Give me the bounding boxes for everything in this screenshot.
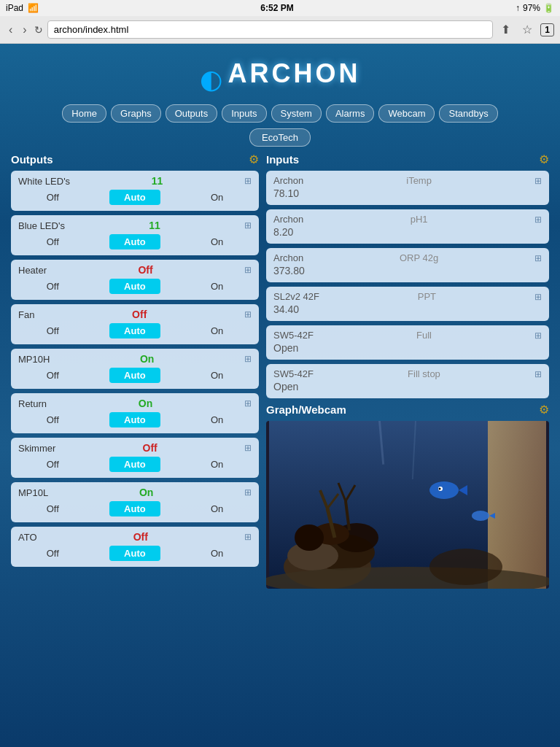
outputs-title: Outputs (11, 153, 53, 166)
logo-area: ◐ ARCHON (11, 51, 549, 98)
battery-label: 97% (523, 3, 540, 13)
white-leds-auto-btn[interactable]: Auto (109, 190, 160, 205)
blue-leds-filter-icon: ⊞ (244, 220, 252, 231)
ppt-filter-icon: ⊞ (534, 292, 542, 302)
share-button[interactable]: ⬆ (497, 21, 514, 38)
blue-leds-auto-btn[interactable]: Auto (109, 234, 160, 249)
main-content: ◐ ARCHON Home Graphs Outputs Inputs Syst… (0, 44, 560, 596)
inputs-gear-icon[interactable]: ⚙ (539, 152, 549, 166)
blue-leds-on-btn[interactable]: On (205, 235, 229, 249)
logo-text: ARCHON (228, 58, 360, 88)
orp-filter-icon: ⊞ (534, 253, 542, 263)
outputs-gear-icon[interactable]: ⚙ (249, 152, 259, 166)
ato-off-btn[interactable]: Off (41, 546, 65, 560)
nav-alarms[interactable]: Alarms (326, 104, 374, 123)
sw5full-filter-icon: ⊞ (534, 330, 542, 341)
skimmer-label: Skimmer (18, 443, 55, 454)
logo-icon: ◐ (200, 64, 222, 94)
sw5full-value: Open (273, 341, 542, 354)
return-off-btn[interactable]: Off (41, 413, 65, 427)
orp-name: ORP 42g (400, 252, 438, 263)
white-leds-off-btn[interactable]: Off (41, 190, 65, 204)
white-leds-on-btn[interactable]: On (205, 190, 229, 204)
nav-webcam[interactable]: Webcam (378, 104, 435, 123)
return-on-btn[interactable]: On (205, 413, 229, 427)
refresh-button[interactable]: ↻ (34, 24, 43, 36)
output-return: Return On ⊞ Off Auto On (11, 393, 259, 433)
skimmer-filter-icon: ⊞ (244, 443, 252, 453)
two-col-layout: Outputs ⚙ White LED's 11 ⊞ Off Auto On (11, 152, 549, 589)
svg-point-21 (429, 549, 502, 585)
white-leds-filter-icon: ⊞ (244, 176, 252, 186)
output-mp10h: MP10H On ⊞ Off Auto On (11, 349, 259, 389)
webcam-gear-icon[interactable]: ⚙ (539, 403, 549, 417)
heater-status: Off (138, 264, 152, 276)
skimmer-auto-btn[interactable]: Auto (109, 457, 160, 472)
status-right: ↑ 97% 🔋 (516, 3, 554, 13)
nav-system[interactable]: System (271, 104, 322, 123)
heater-label: Heater (18, 265, 47, 276)
status-left: iPad 📶 (6, 3, 39, 13)
status-time: 6:52 PM (260, 3, 293, 13)
blue-leds-off-btn[interactable]: Off (41, 235, 65, 249)
nav-home[interactable]: Home (62, 104, 106, 123)
signal-icon: ↑ (516, 3, 520, 13)
nav-standbys[interactable]: Standbys (439, 104, 497, 123)
mp10h-on-btn[interactable]: On (205, 368, 229, 382)
ato-status: Off (133, 531, 148, 543)
mp10l-filter-icon: ⊞ (244, 487, 252, 498)
browser-bar: ‹ › ↻ ⬆ ☆ 1 (0, 16, 560, 44)
back-button[interactable]: ‹ (6, 22, 15, 38)
input-itemp: Archon iTemp ⊞ 78.10 (266, 171, 549, 205)
nav-graphs[interactable]: Graphs (111, 104, 161, 123)
status-bar: iPad 📶 6:52 PM ↑ 97% 🔋 (0, 0, 560, 16)
output-blue-leds: Blue LED's 11 ⊞ Off Auto On (11, 215, 259, 255)
fan-on-btn[interactable]: On (205, 324, 229, 338)
skimmer-off-btn[interactable]: Off (41, 457, 65, 471)
inputs-title: Inputs (266, 153, 299, 166)
fan-auto-btn[interactable]: Auto (109, 323, 160, 338)
sw5full-name: Full (416, 330, 432, 341)
mp10h-filter-icon: ⊞ (244, 354, 252, 364)
fan-status: Off (132, 309, 147, 320)
return-auto-btn[interactable]: Auto (109, 412, 160, 427)
nav-sub: EcoTech (11, 125, 549, 152)
nav-inputs[interactable]: Inputs (222, 104, 266, 123)
mp10h-status: On (140, 353, 154, 365)
output-skimmer: Skimmer Off ⊞ Off Auto On (11, 438, 259, 478)
heater-auto-btn[interactable]: Auto (109, 279, 160, 294)
forward-button[interactable]: › (20, 22, 29, 38)
ato-auto-btn[interactable]: Auto (109, 546, 160, 561)
heater-filter-icon: ⊞ (244, 265, 252, 275)
mp10h-auto-btn[interactable]: Auto (109, 368, 160, 383)
ppt-name: PPT (418, 291, 436, 302)
sw5full-source: SW5-42F (273, 330, 314, 341)
sw5fill-filter-icon: ⊞ (534, 369, 542, 379)
mp10l-off-btn[interactable]: Off (41, 502, 65, 516)
heater-on-btn[interactable]: On (205, 279, 229, 293)
ipad-label: iPad (6, 3, 23, 13)
blue-leds-label: Blue LED's (18, 220, 65, 231)
nav-ecotech[interactable]: EcoTech (249, 128, 311, 147)
heater-off-btn[interactable]: Off (41, 279, 65, 293)
url-input[interactable] (47, 20, 494, 39)
fan-off-btn[interactable]: Off (41, 324, 65, 338)
ph1-filter-icon: ⊞ (534, 214, 542, 225)
input-sw5-fillstop: SW5-42F Fill stop ⊞ Open (266, 364, 549, 398)
ppt-source: SL2v2 42F (273, 291, 319, 302)
wifi-icon: 📶 (28, 3, 39, 13)
sw5fill-name: Fill stop (408, 368, 440, 379)
nav-outputs[interactable]: Outputs (166, 104, 218, 123)
mp10l-on-btn[interactable]: On (205, 502, 229, 516)
white-leds-label: White LED's (18, 176, 70, 187)
skimmer-on-btn[interactable]: On (205, 457, 229, 471)
tab-count[interactable]: 1 (540, 23, 554, 36)
ato-on-btn[interactable]: On (205, 546, 229, 560)
mp10h-label: MP10H (18, 354, 50, 365)
nav-bar: Home Graphs Outputs Inputs System Alarms… (11, 98, 549, 125)
mp10h-off-btn[interactable]: Off (41, 368, 65, 382)
ph1-name: pH1 (411, 214, 428, 225)
bookmark-button[interactable]: ☆ (518, 21, 536, 38)
itemp-name: iTemp (406, 175, 432, 186)
mp10l-auto-btn[interactable]: Auto (109, 501, 160, 516)
